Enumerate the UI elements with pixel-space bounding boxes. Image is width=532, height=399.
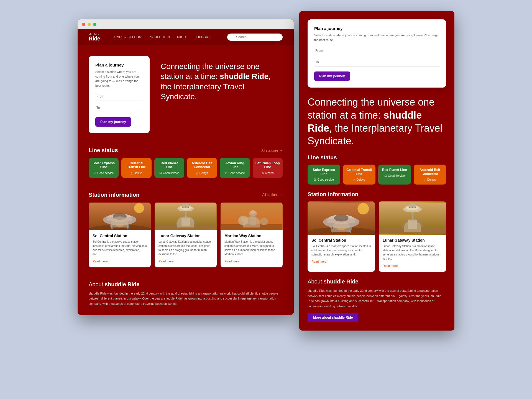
svg-point-51: [409, 207, 410, 208]
right-station-img-sol: [308, 201, 375, 235]
good-service-icon-3: ☑: [225, 172, 227, 175]
line-status-text-jovian: Good service: [229, 172, 245, 175]
right-status-text-asteroid: Delays: [427, 178, 436, 181]
line-name-solar: Solar Express Line: [91, 161, 116, 169]
right-station-title: Station information: [308, 191, 446, 198]
right-station-lunar[interactable]: Lunar Gateway Station Lunar Gateway Stat…: [379, 201, 446, 272]
line-card-saturnian[interactable]: Saturnian Loop Line ⊗ Closed: [253, 158, 283, 178]
line-name-redplanet: Red Planet Line: [157, 161, 181, 169]
right-status-text-solar: Good service: [318, 178, 334, 181]
about-brand: shuddle Ride: [105, 281, 140, 287]
all-stations-link[interactable]: All stations →: [262, 193, 283, 197]
right-line-redplanet[interactable]: Red Planet Line ☑ Good Service: [378, 165, 411, 185]
svg-rect-12: [181, 218, 190, 226]
floating-from-input[interactable]: [314, 47, 439, 55]
svg-point-5: [113, 213, 127, 220]
good-service-icon: ☑: [94, 172, 96, 175]
right-line-status-title: Line status: [308, 154, 446, 161]
plan-journey-button[interactable]: Plan my journey: [95, 117, 131, 127]
line-status-title: Line status: [89, 147, 118, 154]
right-line-asteroid[interactable]: Asteroid Belt Connector △ Delays: [414, 165, 446, 185]
right-good-icon-2: ☑: [384, 174, 387, 177]
station-grid: Sol Central Station Sol Central is a mas…: [89, 203, 283, 267]
site-content: shuddle Ride Lines & Stations Schedules …: [78, 29, 294, 315]
search-wrapper: 🔍: [227, 34, 283, 41]
floating-to-input[interactable]: [314, 58, 439, 66]
right-sol-readmore[interactable]: Read more: [311, 260, 326, 263]
line-status-text-redplanet: Good service: [163, 172, 179, 175]
nav-lines-stations[interactable]: Lines & Stations: [114, 35, 144, 39]
right-line-celestial[interactable]: Celestial Transit Line △ Delays: [343, 165, 376, 185]
right-sol-body: Sol Central Station Sol Central is a mas…: [308, 235, 375, 268]
line-name-jovian: Jovian Ring Line: [222, 161, 247, 169]
about-title: About shuddle Ride: [89, 281, 283, 288]
station-lunar-readmore[interactable]: Read more: [158, 260, 173, 263]
right-delays-icon: △: [353, 178, 355, 181]
svg-point-17: [182, 207, 183, 208]
about-right-brand: shuddle Ride: [324, 278, 359, 285]
station-card-lunar[interactable]: Lunar Gateway Station Lunar Gateway Stat…: [155, 203, 217, 267]
line-status-asteroid: △ Delays: [190, 172, 214, 175]
right-line-name-celestial: Celestial Transit Line: [346, 168, 373, 176]
station-martian-name: Martian Way Station: [224, 234, 279, 238]
station-card-sol[interactable]: Sol Central Station Sol Central is a mas…: [89, 203, 151, 267]
right-line-status-solar: ☑ Good service: [310, 178, 337, 181]
search-input[interactable]: [227, 34, 283, 41]
svg-point-52: [412, 206, 413, 208]
about-right-prefix: About: [308, 278, 324, 285]
close-dot[interactable]: [82, 23, 85, 26]
line-status-saturnian: ⊗ Closed: [255, 172, 280, 175]
line-card-redplanet[interactable]: Red Planet Line ☑ Good service: [154, 158, 184, 178]
right-line-status-redplanet: ☑ Good Service: [381, 174, 408, 177]
station-martian-readmore[interactable]: Read more: [224, 260, 239, 263]
line-card-asteroid[interactable]: Asteroid Belt Connector △ Delays: [187, 158, 217, 178]
station-info-section: Station information All stations →: [78, 186, 294, 276]
line-card-jovian[interactable]: Jovian Ring Line ☑ Good service: [220, 158, 250, 178]
good-service-icon-2: ☑: [159, 172, 162, 175]
station-lunar-name: Lunar Gateway Station: [158, 234, 213, 238]
station-card-martian[interactable]: Martian Way Station Martian Way Station …: [221, 203, 283, 267]
svg-point-42: [337, 227, 346, 230]
line-status-text-asteroid: Delays: [200, 172, 208, 175]
line-name-asteroid: Asteroid Belt Connector: [190, 161, 214, 169]
line-status-text-celestial: Delays: [134, 172, 142, 175]
line-card-celestial[interactable]: Celestial Transit Line △ Delays: [121, 158, 151, 178]
all-statuses-link[interactable]: All statuses →: [261, 149, 283, 152]
right-lunar-readmore[interactable]: Read more: [383, 264, 398, 267]
more-about-button[interactable]: More about shuddle Ride: [308, 313, 358, 322]
maximize-dot[interactable]: [93, 23, 96, 26]
right-station-info: Station information: [299, 185, 454, 272]
station-info-header: Station information All stations →: [89, 192, 283, 198]
nav-about[interactable]: About: [177, 35, 188, 39]
floating-plan-button[interactable]: Plan my journey: [314, 71, 350, 81]
svg-point-53: [415, 207, 416, 208]
svg-rect-31: [256, 220, 260, 222]
svg-line-33: [243, 225, 246, 226]
nav-support[interactable]: Support: [195, 35, 210, 39]
about-text: shuddle Ride was founded in the early 22…: [89, 291, 283, 306]
right-good-icon: ☑: [314, 178, 316, 181]
nav-schedules[interactable]: Schedules: [150, 35, 170, 39]
station-sol-name: Sol Central Station: [93, 234, 147, 238]
right-sol-name: Sol Central Station: [311, 238, 371, 242]
line-card-solar[interactable]: Solar Express Line ☑ Good service: [89, 158, 119, 178]
minimize-dot[interactable]: [88, 23, 91, 26]
station-martian-body: Martian Way Station Martian Way Station …: [221, 230, 283, 267]
to-input[interactable]: [95, 104, 143, 112]
line-name-saturnian: Saturnian Loop Line: [255, 161, 280, 169]
right-line-status-celestial: △ Delays: [346, 178, 373, 181]
about-right-title: About shuddle Ride: [308, 278, 446, 285]
svg-point-18: [185, 206, 186, 208]
journey-card-desc: Select a station where you are coming fr…: [95, 70, 143, 88]
right-station-grid: Sol Central Station Sol Central is a mas…: [308, 201, 446, 272]
hero-headline-right: Connecting the universe one station at a…: [308, 96, 446, 148]
line-status-header: Line status All statuses →: [89, 147, 283, 154]
hero-text-right: Connecting the universe one station at a…: [299, 88, 454, 148]
right-line-solar[interactable]: Solar Express Line ☑ Good service: [308, 165, 340, 185]
from-input[interactable]: [95, 92, 143, 101]
right-station-sol[interactable]: Sol Central Station Sol Central is a mas…: [308, 201, 375, 272]
line-name-celestial: Celestial Transit Line: [124, 161, 149, 169]
logo[interactable]: shuddle Ride: [89, 33, 100, 41]
station-sol-readmore[interactable]: Read more: [93, 260, 108, 263]
svg-point-28: [250, 210, 256, 214]
